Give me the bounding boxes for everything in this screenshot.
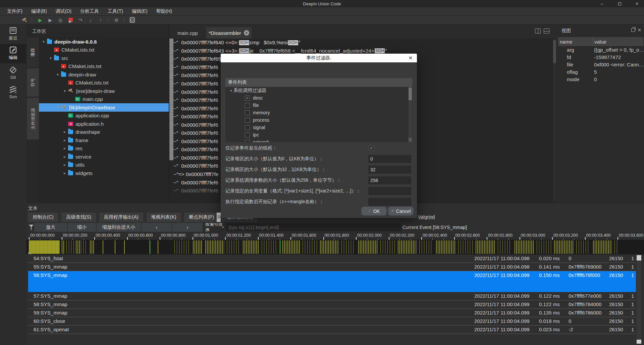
event-row[interactable]: 55:SYS_mmap2022/11/17 11:00:04.0980.141 …: [28, 263, 636, 271]
editor-scrollbar-thumb[interactable]: [553, 40, 556, 63]
event-row[interactable]: 54:SYS_fstat2022/11/17 11:00:04.0980.020…: [28, 254, 636, 263]
dock-tab[interactable]: 高级查找(S): [61, 213, 96, 222]
filter-checkbox-row[interactable]: ipc: [225, 131, 412, 138]
search-document-icon[interactable]: [128, 16, 137, 24]
vertical-tab-符号[interactable]: 符号: [27, 68, 39, 97]
checkbox-signal[interactable]: [245, 125, 250, 130]
build-hammer-icon[interactable]: [20, 16, 29, 24]
tree-item[interactable]: ▾src: [39, 54, 169, 62]
event-table-scrollbar[interactable]: [637, 254, 641, 339]
tree-item[interactable]: CMakeLists.txt: [39, 79, 169, 87]
tab-main-cpp[interactable]: main.cpp: [170, 27, 205, 39]
variable-row[interactable]: oflag5: [558, 68, 643, 75]
event-search-input[interactable]: [226, 223, 401, 231]
filter-checkbox-row[interactable]: memory: [225, 109, 412, 116]
checkbox-network[interactable]: [245, 140, 250, 142]
tab-close-icon[interactable]: ✕: [244, 30, 249, 36]
variable-row[interactable]: file0xf000 <error: Cann…: [558, 61, 643, 68]
sidebar-item-svn[interactable]: Svn: [0, 83, 26, 102]
checkbox-memory[interactable]: [245, 110, 250, 115]
tree-item[interactable]: CMakeLists.txt: [39, 62, 169, 71]
tree-item[interactable]: ▸service: [39, 153, 169, 161]
breakpoint-gutter[interactable]: [169, 39, 173, 160]
prev-event-button[interactable]: ‹: [142, 223, 172, 232]
menu-item[interactable]: 工具(T): [103, 7, 127, 15]
field-input[interactable]: [368, 155, 411, 163]
tree-item[interactable]: CMakeLists.txt: [39, 46, 169, 54]
zoom-out-button[interactable]: 缩小: [68, 223, 96, 232]
stop-flag-icon[interactable]: [66, 16, 75, 24]
sidebar-item-git[interactable]: Git: [0, 63, 26, 83]
timeline-band[interactable]: [26, 240, 644, 254]
tab-disassembler[interactable]: *Disassembler ✕: [206, 27, 252, 39]
event-row[interactable]: 58:SYS_mmap2022/11/17 11:00:04.0990.122 …: [28, 300, 636, 309]
filter-funnel-icon[interactable]: [29, 224, 34, 230]
variable-row[interactable]: arg{{gp_offset = 0, fp_o…: [558, 46, 643, 53]
settings-gear-icon[interactable]: ⚙: [112, 16, 121, 24]
dock-tab[interactable]: 应用程序输出(A): [99, 213, 143, 222]
field-input[interactable]: [368, 198, 411, 206]
field-input[interactable]: [368, 166, 411, 174]
event-row[interactable]: 59:SYS_mmap2022/11/17 11:00:04.0990.135 …: [28, 309, 636, 317]
ok-button[interactable]: ✓ OK: [361, 207, 387, 216]
step-into-icon[interactable]: ↓: [86, 16, 95, 24]
close-panel-icon[interactable]: ✕: [638, 28, 641, 32]
tree-item[interactable]: ▸drawshape: [39, 128, 169, 136]
checkbox-file[interactable]: [245, 103, 250, 108]
filter-checkbox-row[interactable]: process: [225, 116, 412, 124]
tree-item[interactable]: ▸widgets: [39, 169, 169, 177]
event-row[interactable]: 60:SYS_close2022/11/17 11:00:04.0990.018…: [28, 317, 636, 326]
event-row[interactable]: 56:SYS_mmap2022/11/17 11:00:04.0990.150 …: [28, 271, 636, 292]
zoom-in-button[interactable]: 放大: [34, 223, 67, 232]
checkbox-desc[interactable]: ✓: [245, 96, 250, 101]
menu-item[interactable]: 帮助(H): [152, 7, 176, 15]
record-icon[interactable]: ◎: [56, 16, 65, 24]
dock-tab[interactable]: 堆栈列表(K): [147, 213, 181, 222]
dock-tab[interactable]: 断点列表(P): [184, 213, 219, 222]
menu-item[interactable]: 调试(D): [51, 7, 76, 15]
split-editor-icon[interactable]: [535, 28, 541, 34]
field-input[interactable]: [368, 176, 411, 184]
minimize-icon[interactable]: –: [598, 0, 606, 7]
dock-tab[interactable]: 控制台(C): [28, 213, 58, 222]
dialog-close-icon[interactable]: ✕: [408, 55, 414, 61]
tree-item[interactable]: ▾deepin-draw: [39, 70, 169, 79]
filter-checkbox-row[interactable]: ✓desc: [225, 94, 412, 102]
event-row[interactable]: 57:SYS_mmap2022/11/17 11:00:04.0990.122 …: [28, 292, 636, 300]
editor-scrollbar[interactable]: [553, 39, 556, 202]
float-panel-icon[interactable]: [631, 28, 635, 32]
step-out-icon[interactable]: ↑: [96, 16, 105, 24]
sidebar-item-edit[interactable]: 编辑: [0, 44, 26, 63]
tree-item[interactable]: application.h: [39, 120, 169, 128]
filter-checkbox-row[interactable]: file: [225, 102, 412, 109]
zoom-fit-button[interactable]: 缩放到合适大小: [97, 223, 141, 232]
tab-valgrind[interactable]: Valgrind: [418, 214, 435, 220]
debug-continue-icon[interactable]: ▶: [46, 16, 55, 24]
sort-dropdown[interactable]: 按索引排序 ▼: [203, 223, 225, 232]
tree-item[interactable]: ▸frame: [39, 136, 169, 145]
event-table-scrollbar-thumb[interactable]: [637, 255, 641, 261]
step-over-icon[interactable]: ↷: [76, 16, 85, 24]
tree-item[interactable]: ▾[exe]deepin-draw: [39, 87, 169, 95]
menu-item[interactable]: 编辑(E): [127, 7, 152, 15]
menu-item[interactable]: 编译(B): [27, 7, 51, 15]
sidebar-item-recent[interactable]: 最近: [0, 24, 26, 44]
checkbox-process[interactable]: [245, 118, 250, 123]
tree-item[interactable]: ▾deepin-draw-6.0.6: [39, 38, 169, 46]
event-row[interactable]: 61:SYS_openat2022/11/17 11:00:04.0990.02…: [28, 326, 636, 334]
filter-checkbox-row[interactable]: network: [225, 138, 412, 142]
tab-fragment[interactable]: 问: [217, 213, 221, 222]
variable-row[interactable]: fd-159977472: [558, 53, 643, 61]
tree-item[interactable]: application.cpp: [39, 112, 169, 120]
close-icon[interactable]: ×: [633, 0, 641, 7]
checkbox-ipc[interactable]: [245, 132, 250, 137]
run-icon[interactable]: ▶: [36, 16, 45, 24]
tree-item[interactable]: ▸utils: [39, 161, 169, 169]
vertical-tab-项目[interactable]: 项目: [27, 38, 39, 67]
next-event-button[interactable]: ›: [172, 223, 203, 232]
tree-item[interactable]: ▾[lib]deepinDrawBase: [39, 103, 169, 112]
filter-tree-root[interactable]: ▾系统调用过滤器: [225, 87, 412, 94]
thread-only-checkbox[interactable]: ✓: [369, 145, 374, 151]
maximize-icon[interactable]: [615, 0, 624, 7]
editor-layout-icon[interactable]: [544, 28, 549, 34]
